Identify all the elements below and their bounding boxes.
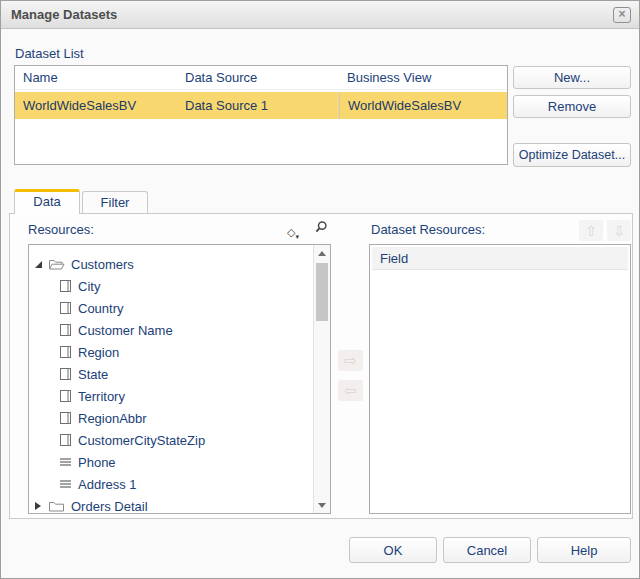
manage-datasets-dialog: Manage Datasets × Dataset List Name Data… <box>0 0 640 579</box>
dataset-list-label: Dataset List <box>15 46 84 61</box>
dataset-table-header: Name Data Source Business View <box>15 66 507 90</box>
tab-filter[interactable]: Filter <box>82 191 148 213</box>
field-icon <box>59 345 72 359</box>
scroll-down-icon[interactable] <box>314 497 330 513</box>
add-to-dataset-button[interactable]: ⇨ <box>338 350 363 371</box>
resources-label: Resources: <box>28 222 94 237</box>
tree-item-label: Customer Name <box>78 323 173 338</box>
close-button[interactable]: × <box>613 7 631 23</box>
dataset-table: Name Data Source Business View WorldWide… <box>14 65 508 165</box>
tree-item-phone[interactable]: Phone <box>29 451 313 473</box>
tree-item-label: Address 1 <box>78 477 137 492</box>
help-button[interactable]: Help <box>537 537 631 563</box>
search-icon[interactable] <box>313 220 329 236</box>
tree-item-territory[interactable]: Territory <box>29 385 313 407</box>
field-icon <box>59 411 72 425</box>
move-down-button[interactable]: ⇩ <box>607 220 631 241</box>
table-row[interactable]: WorldWideSalesBV Data Source 1 WorldWide… <box>15 92 507 119</box>
arrow-down-icon: ⇩ <box>613 223 625 239</box>
close-icon: × <box>618 7 625 21</box>
tree-item-label: Customers <box>71 257 134 272</box>
tree-item-address-1[interactable]: Address 1 <box>29 473 313 495</box>
tree-item-region[interactable]: Region <box>29 341 313 363</box>
tree-item-orders-detail[interactable]: Orders Detail <box>29 495 313 513</box>
field-icon <box>59 389 72 403</box>
tree-item-label: Country <box>78 301 124 316</box>
remove-button[interactable]: Remove <box>513 95 631 118</box>
tree-item-label: Territory <box>78 389 125 404</box>
dataset-resources-label: Dataset Resources: <box>371 222 485 237</box>
optimize-dataset-button[interactable]: Optimize Dataset... <box>513 143 631 167</box>
tree-item-label: Orders Detail <box>71 499 148 514</box>
arrow-right-icon: ⇨ <box>344 352 357 370</box>
lines-icon <box>59 455 72 469</box>
field-icon <box>59 433 72 447</box>
new-button[interactable]: New... <box>513 66 631 89</box>
field-icon <box>59 367 72 381</box>
tree-item-label: City <box>78 279 100 294</box>
tree-item-label: Phone <box>78 455 116 470</box>
field-icon <box>59 279 72 293</box>
field-icon <box>59 323 72 337</box>
tree-item-label: Region <box>78 345 119 360</box>
tree-item-state[interactable]: State <box>29 363 313 385</box>
tree-scrollbar[interactable] <box>313 245 330 513</box>
tree-item-country[interactable]: Country <box>29 297 313 319</box>
row-business-view: WorldWideSalesBV <box>339 92 507 119</box>
titlebar: Manage Datasets × <box>1 1 639 29</box>
tab-data[interactable]: Data <box>14 189 80 214</box>
dataset-resources-list: Field <box>369 244 631 514</box>
tree-item-city[interactable]: City <box>29 275 313 297</box>
dialog-title: Manage Datasets <box>11 1 117 29</box>
ok-button[interactable]: OK <box>349 537 437 563</box>
expand-icon[interactable] <box>35 502 48 510</box>
sort-icon[interactable]: ◇▾ <box>287 222 307 238</box>
column-header-name: Name <box>15 70 177 85</box>
scrollbar-thumb[interactable] <box>316 263 328 321</box>
tree-item-customer-name[interactable]: Customer Name <box>29 319 313 341</box>
row-data-source: Data Source 1 <box>177 92 339 119</box>
tree-item-customercitystatezip[interactable]: CustomerCityStateZip <box>29 429 313 451</box>
tree-item-label: RegionAbbr <box>78 411 147 426</box>
resources-tree: CustomersCityCountryCustomer NameRegionS… <box>28 244 331 514</box>
scroll-up-icon[interactable] <box>314 245 330 261</box>
tree-item-label: State <box>78 367 108 382</box>
column-header-business-view: Business View <box>339 70 507 85</box>
resource-tree-rows: CustomersCityCountryCustomer NameRegionS… <box>29 245 313 513</box>
lines-icon <box>59 477 72 491</box>
field-column-header: Field <box>372 247 628 270</box>
field-icon <box>59 301 72 315</box>
folder-open-icon <box>48 258 65 271</box>
arrow-left-icon: ⇦ <box>344 382 357 400</box>
row-name: WorldWideSalesBV <box>15 92 177 119</box>
folder-closed-icon <box>48 500 65 513</box>
arrow-up-icon: ⇧ <box>585 223 597 239</box>
cancel-button[interactable]: Cancel <box>443 537 531 563</box>
tree-item-label: CustomerCityStateZip <box>78 433 205 448</box>
collapse-icon[interactable] <box>35 261 48 268</box>
tree-item-customers[interactable]: Customers <box>29 253 313 275</box>
column-header-data-source: Data Source <box>177 70 339 85</box>
remove-from-dataset-button[interactable]: ⇦ <box>338 380 363 401</box>
tree-item-regionabbr[interactable]: RegionAbbr <box>29 407 313 429</box>
move-up-button[interactable]: ⇧ <box>579 220 603 241</box>
